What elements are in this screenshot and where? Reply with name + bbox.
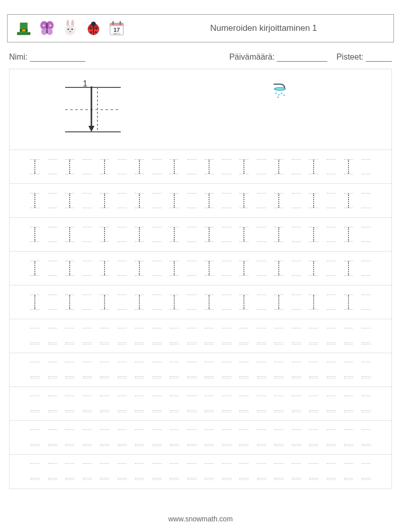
practice-cell[interactable]	[342, 156, 355, 177]
practice-cell[interactable]	[273, 393, 285, 414]
practice-cell[interactable]	[238, 393, 250, 414]
practice-cell[interactable]	[133, 359, 146, 380]
practice-cell[interactable]	[308, 190, 320, 211]
practice-cell[interactable]	[203, 427, 216, 448]
practice-cell[interactable]	[360, 190, 373, 211]
practice-cell[interactable]	[186, 359, 198, 380]
practice-cell[interactable]	[64, 427, 76, 448]
practice-cell[interactable]	[221, 325, 233, 347]
practice-cell[interactable]	[186, 190, 198, 211]
practice-cell[interactable]	[342, 461, 355, 482]
practice-cell[interactable]	[203, 156, 216, 177]
practice-cell[interactable]	[168, 461, 181, 482]
practice-cell[interactable]	[325, 156, 338, 177]
practice-cell[interactable]	[325, 461, 338, 482]
practice-cell[interactable]	[221, 461, 233, 482]
practice-cell[interactable]	[151, 325, 164, 347]
practice-cell[interactable]	[98, 224, 111, 245]
practice-cell[interactable]	[81, 292, 94, 313]
practice-cell[interactable]	[203, 461, 216, 482]
practice-cell[interactable]	[186, 325, 198, 347]
practice-cell[interactable]	[186, 427, 198, 448]
practice-cell[interactable]	[168, 359, 181, 380]
practice-cell[interactable]	[256, 292, 268, 313]
practice-cell[interactable]	[342, 393, 355, 414]
practice-cell[interactable]	[221, 393, 233, 414]
practice-cell[interactable]	[308, 224, 320, 245]
score-blank[interactable]	[366, 53, 392, 62]
practice-cell[interactable]	[238, 224, 250, 245]
practice-cell[interactable]	[133, 224, 146, 245]
practice-cell[interactable]	[221, 427, 233, 448]
practice-cell[interactable]	[238, 190, 250, 211]
practice-cell[interactable]	[256, 156, 268, 177]
practice-cell[interactable]	[46, 393, 59, 414]
practice-cell[interactable]	[29, 359, 41, 380]
practice-cell[interactable]	[64, 156, 76, 177]
practice-cell[interactable]	[290, 359, 303, 380]
practice-cell[interactable]	[29, 258, 41, 279]
practice-cell[interactable]	[133, 258, 146, 279]
practice-cell[interactable]	[151, 359, 164, 380]
practice-cell[interactable]	[290, 292, 303, 313]
practice-cell[interactable]	[290, 325, 303, 347]
practice-cell[interactable]	[29, 292, 41, 313]
practice-cell[interactable]	[186, 292, 198, 313]
practice-cell[interactable]	[273, 359, 285, 380]
practice-cell[interactable]	[203, 393, 216, 414]
practice-cell[interactable]	[360, 156, 373, 177]
practice-cell[interactable]	[133, 325, 146, 347]
practice-cell[interactable]	[273, 461, 285, 482]
practice-cell[interactable]	[273, 156, 285, 177]
practice-cell[interactable]	[360, 427, 373, 448]
practice-cell[interactable]	[116, 292, 129, 313]
practice-cell[interactable]	[81, 393, 94, 414]
practice-cell[interactable]	[308, 427, 320, 448]
practice-cell[interactable]	[360, 393, 373, 414]
practice-cell[interactable]	[29, 325, 41, 347]
practice-cell[interactable]	[64, 393, 76, 414]
practice-cell[interactable]	[290, 190, 303, 211]
trace-row[interactable]	[10, 218, 391, 252]
practice-cell[interactable]	[256, 325, 268, 347]
practice-cell[interactable]	[308, 461, 320, 482]
practice-cell[interactable]	[186, 224, 198, 245]
practice-cell[interactable]	[238, 292, 250, 313]
practice-cell[interactable]	[273, 224, 285, 245]
practice-cell[interactable]	[151, 258, 164, 279]
trace-row[interactable]	[10, 252, 391, 285]
practice-cell[interactable]	[64, 461, 76, 482]
blank-row[interactable]	[10, 455, 391, 489]
practice-cell[interactable]	[256, 258, 268, 279]
practice-cell[interactable]	[98, 325, 111, 347]
practice-cell[interactable]	[46, 156, 59, 177]
practice-cell[interactable]	[98, 190, 111, 211]
practice-cell[interactable]	[151, 292, 164, 313]
practice-cell[interactable]	[151, 156, 164, 177]
practice-cell[interactable]	[221, 258, 233, 279]
practice-cell[interactable]	[116, 190, 129, 211]
practice-cell[interactable]	[308, 156, 320, 177]
practice-cell[interactable]	[325, 292, 338, 313]
practice-cell[interactable]	[203, 292, 216, 313]
practice-cell[interactable]	[116, 461, 129, 482]
practice-cell[interactable]	[256, 359, 268, 380]
practice-cell[interactable]	[256, 427, 268, 448]
practice-cell[interactable]	[325, 190, 338, 211]
practice-cell[interactable]	[342, 427, 355, 448]
trace-row[interactable]	[10, 285, 391, 319]
practice-cell[interactable]	[81, 325, 94, 347]
practice-cell[interactable]	[360, 224, 373, 245]
practice-cell[interactable]	[46, 224, 59, 245]
practice-cell[interactable]	[46, 190, 59, 211]
practice-cell[interactable]	[46, 325, 59, 347]
practice-cell[interactable]	[98, 359, 111, 380]
trace-row[interactable]	[10, 150, 391, 184]
practice-cell[interactable]	[238, 258, 250, 279]
practice-cell[interactable]	[81, 190, 94, 211]
practice-cell[interactable]	[81, 258, 94, 279]
practice-cell[interactable]	[360, 461, 373, 482]
practice-cell[interactable]	[116, 427, 129, 448]
practice-cell[interactable]	[64, 292, 76, 313]
practice-cell[interactable]	[116, 156, 129, 177]
